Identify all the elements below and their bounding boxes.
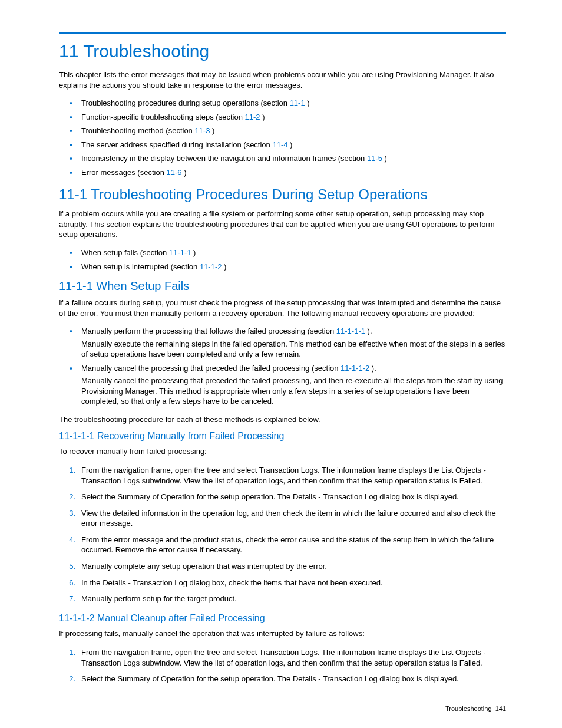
section-link[interactable]: 11-4 [272, 140, 287, 149]
section-11-1-1-outro: The troubleshooting procedure for each o… [59, 414, 506, 425]
list-item-post: ) [210, 126, 215, 135]
section-11-1-sublist: When setup fails (section 11-1-1 )When s… [59, 246, 506, 274]
section-11-1-1-list: Manually perform the processing that fol… [59, 324, 506, 409]
step-item: Manually perform setup for the target pr… [59, 591, 506, 607]
section-link[interactable]: 11-1-2 [200, 262, 222, 271]
list-item-pre: When setup is interrupted (section [81, 262, 200, 271]
section-link[interactable]: 11-1-1 [169, 248, 191, 257]
list-item-pre: Manually cancel the processing that prec… [81, 364, 340, 373]
section-link[interactable]: 11-1-1-2 [340, 364, 369, 373]
section-11-1-intro: If a problem occurs while you are creati… [59, 209, 506, 240]
step-item: Select the Summary of Operation for the … [59, 671, 506, 687]
list-item: The server address specified during inst… [59, 138, 506, 152]
list-item-pre: Troubleshooting method (section [81, 126, 194, 135]
list-item-pre: Manually perform the processing that fol… [81, 327, 336, 335]
section-11-1-1-1-steps: From the navigation frame, open the tree… [59, 462, 506, 607]
list-item-post: ) [305, 98, 310, 107]
list-item: Manually cancel the processing that prec… [59, 361, 506, 409]
chapter-intro: This chapter lists the error messages th… [59, 70, 506, 90]
page-footer: Troubleshooting 141 [59, 705, 506, 712]
list-item-pre: When setup fails (section [81, 248, 169, 257]
section-11-1-1-2-title: 11-1-1-2 Manual Cleanup after Failed Pro… [59, 613, 506, 624]
list-item-post: ). [369, 364, 376, 373]
list-item-post: ) [191, 248, 196, 257]
list-item-pre: Troubleshooting procedures during setup … [81, 98, 290, 107]
section-11-1-1-1-intro: To recover manually from failed processi… [59, 446, 506, 457]
section-11-1-title: 11-1 Troubleshooting Procedures During S… [59, 186, 506, 203]
section-link[interactable]: 11-1-1-1 [336, 327, 365, 335]
list-item: Error messages (section 11-6 ) [59, 166, 506, 180]
step-item: From the navigation frame, open the tree… [59, 462, 506, 489]
list-item-post: ) [222, 262, 226, 271]
step-item: Select the Summary of Operation for the … [59, 489, 506, 505]
top-rule [59, 32, 506, 34]
list-item-extra: Manually execute the remaining steps in … [81, 339, 506, 360]
section-link[interactable]: 11-1 [290, 98, 305, 107]
section-11-1-1-title: 11-1-1 When Setup Fails [59, 279, 506, 293]
list-item: Manually perform the processing that fol… [59, 324, 506, 361]
list-item: Troubleshooting method (section 11-3 ) [59, 124, 506, 138]
list-item-post: ) [287, 140, 292, 149]
page-content: 11 Troubleshooting This chapter lists th… [0, 0, 562, 728]
step-item: Manually complete any setup operation th… [59, 558, 506, 575]
section-11-1-1-2-intro: If processing fails, manually cancel the… [59, 628, 506, 639]
list-item: Troubleshooting procedures during setup … [59, 96, 506, 110]
section-11-1-1-2-steps: From the navigation frame, open the tree… [59, 644, 506, 687]
section-link[interactable]: 11-5 [367, 154, 382, 163]
list-item-post: ) [182, 168, 187, 177]
toc-list: Troubleshooting procedures during setup … [59, 96, 506, 179]
list-item-pre: Error messages (section [81, 168, 167, 177]
step-item: From the navigation frame, open the tree… [59, 644, 506, 671]
section-link[interactable]: 11-2 [244, 113, 260, 121]
list-item-post: ). [365, 327, 372, 335]
chapter-title: 11 Troubleshooting [59, 41, 506, 61]
section-11-1-1-intro: If a failure occurs during setup, you mu… [59, 298, 506, 318]
list-item-post: ) [382, 154, 387, 163]
list-item: Inconsistency in the display between the… [59, 151, 506, 166]
footer-label: Troubleshooting [445, 705, 491, 712]
list-item-post: ) [260, 113, 265, 121]
section-link[interactable]: 11-6 [167, 168, 182, 177]
step-item: View the detailed information in the ope… [59, 505, 506, 532]
list-item: When setup is interrupted (section 11-1-… [59, 260, 506, 274]
list-item-pre: Inconsistency in the display between the… [81, 154, 367, 163]
step-item: From the error message and the product s… [59, 532, 506, 558]
list-item: Function-specific troubleshooting steps … [59, 110, 506, 124]
footer-page: 141 [495, 705, 506, 712]
step-item: In the Details - Transaction Log dialog … [59, 575, 506, 591]
section-link[interactable]: 11-3 [194, 126, 210, 135]
list-item-pre: Function-specific troubleshooting steps … [81, 113, 244, 121]
list-item-pre: The server address specified during inst… [81, 140, 272, 149]
list-item-extra: Manually cancel the processing that prec… [81, 375, 506, 407]
list-item: When setup fails (section 11-1-1 ) [59, 246, 506, 260]
section-11-1-1-1-title: 11-1-1-1 Recovering Manually from Failed… [59, 431, 506, 442]
